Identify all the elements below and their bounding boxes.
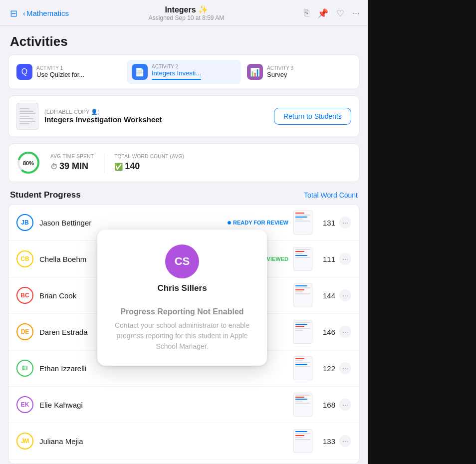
tab2-name: Integers Investi...	[152, 69, 201, 77]
avg-time-label: AVG TIME SPENT	[50, 154, 94, 159]
doc-preview	[293, 393, 312, 417]
quizlet-icon: Q	[16, 64, 32, 80]
svg-text:80%: 80%	[23, 160, 34, 166]
more-button[interactable]: ···	[339, 253, 351, 265]
tab1-name: Use Quizlet for...	[36, 71, 84, 78]
doc-line	[19, 111, 33, 112]
page-subtitle: Assigned Sep 10 at 8:59 AM	[149, 14, 224, 21]
popup-message-body: Contact your school administrator to ena…	[109, 320, 255, 352]
word-count: 146	[317, 328, 335, 336]
avatar: JM	[16, 433, 33, 450]
student-name: Elie Kahwagi	[39, 401, 288, 409]
word-count: 168	[317, 401, 335, 409]
section-header: Student Progress Total Word Count	[0, 188, 368, 204]
progress-popup: CS Chris Sillers Progress Reporting Not …	[97, 230, 267, 366]
student-row: EK Elie Kahwagi 168 ···	[8, 387, 359, 423]
chevron-left-icon: ‹	[23, 9, 25, 17]
status-badge: READY FOR REVIEW	[228, 220, 288, 226]
doc-preview	[293, 247, 312, 271]
doc-preview	[293, 320, 312, 344]
doc-line	[19, 123, 29, 124]
more-button[interactable]: ···	[339, 217, 351, 229]
doc-line	[19, 118, 33, 119]
tab2-text: ACTIVITY 2 Integers Investi...	[152, 64, 201, 80]
doc-line	[19, 113, 35, 114]
doc-left: (EDITABLE COPY 👤) Integers Investigation…	[16, 103, 162, 130]
doc-icon: 📄	[132, 64, 148, 80]
popup-avatar: CS	[165, 244, 199, 278]
heart-icon[interactable]: ♡	[336, 8, 344, 19]
top-bar: ⊟ ‹ Mathematics Integers ✨ Assigned Sep …	[0, 0, 368, 26]
top-bar-actions: ⎘ 📌 ♡ ···	[304, 8, 360, 19]
copy-icon[interactable]: ⎘	[304, 8, 309, 18]
student-row: JM Juliana Mejia 133 ···	[8, 423, 359, 460]
document-area: (EDITABLE COPY 👤) Integers Investigation…	[8, 95, 360, 137]
clock-icon: ⏱	[50, 163, 57, 171]
back-button[interactable]: ‹ Mathematics	[23, 9, 69, 17]
avg-time-value: ⏱ 39 MIN	[50, 161, 94, 172]
more-button[interactable]: ···	[339, 399, 351, 411]
stat-divider	[104, 153, 104, 173]
tab2-label: ACTIVITY 2	[152, 64, 201, 69]
tab-activity-3[interactable]: 📊 ACTIVITY 3 Survey	[242, 60, 356, 84]
tab3-name: Survey	[267, 71, 293, 78]
tab3-text: ACTIVITY 3 Survey	[267, 65, 293, 78]
avatar: BC	[16, 287, 33, 304]
check-circle-icon: ✅	[114, 163, 123, 171]
return-to-students-button[interactable]: Return to Students	[274, 108, 351, 125]
page-title-area: Activities	[0, 26, 368, 54]
tab-activity-2[interactable]: 📄 ACTIVITY 2 Integers Investi...	[127, 60, 241, 84]
doc-lines	[17, 106, 37, 126]
word-count: 131	[317, 219, 335, 227]
tab1-label: ACTIVITY 1	[36, 65, 84, 71]
more-icon[interactable]: ···	[352, 8, 360, 18]
tab-activity-1[interactable]: Q ACTIVITY 1 Use Quizlet for...	[11, 60, 126, 84]
progress-circle: 80%	[16, 151, 40, 175]
avg-time-stat: AVG TIME SPENT ⏱ 39 MIN	[50, 154, 94, 172]
top-bar-center: Integers ✨ Assigned Sep 10 at 8:59 AM	[149, 5, 224, 21]
back-label: Mathematics	[26, 9, 69, 17]
pin-icon[interactable]: 📌	[317, 8, 328, 19]
tab1-text: ACTIVITY 1 Use Quizlet for...	[36, 65, 84, 78]
word-count-stat: TOTAL WORD COUNT (AVG) ✅ 140	[114, 154, 184, 172]
activities-tabs: Q ACTIVITY 1 Use Quizlet for... 📄 ACTIVI…	[8, 54, 360, 89]
doc-name: Integers Investigation Worksheet	[44, 115, 162, 124]
doc-line	[19, 108, 29, 109]
word-count: 111	[317, 255, 335, 263]
tab-underline	[152, 79, 201, 80]
word-count: 133	[317, 437, 335, 446]
more-button[interactable]: ···	[339, 326, 351, 338]
sidebar-toggle-icon[interactable]: ⊟	[8, 8, 19, 19]
avatar: DE	[16, 323, 33, 340]
doc-preview	[293, 211, 312, 234]
page-title: Activities	[10, 34, 358, 49]
doc-info: (EDITABLE COPY 👤) Integers Investigation…	[44, 109, 162, 124]
more-button[interactable]: ···	[339, 362, 351, 374]
word-count-label: TOTAL WORD COUNT (AVG)	[114, 154, 184, 159]
doc-preview	[293, 283, 312, 307]
more-button[interactable]: ···	[339, 435, 351, 447]
avatar: JB	[16, 214, 33, 231]
black-panel	[368, 0, 476, 464]
avatar: EK	[16, 396, 33, 413]
more-button[interactable]: ···	[339, 289, 351, 301]
editable-label: (EDITABLE COPY 👤)	[44, 109, 162, 115]
student-name: Juliana Mejia	[39, 437, 288, 446]
popup-name: Chris Sillers	[109, 283, 255, 293]
avatar: EI	[16, 360, 33, 377]
doc-thumbnail	[16, 103, 38, 130]
doc-line	[19, 121, 35, 122]
total-word-count-link[interactable]: Total Word Count	[304, 191, 358, 199]
word-count: 144	[317, 291, 335, 300]
doc-preview	[293, 356, 312, 380]
stat-progress: 80%	[16, 151, 50, 175]
status-dot	[228, 221, 231, 225]
section-title: Student Progress	[10, 190, 81, 200]
student-name: Jason Bettinger	[39, 219, 228, 227]
avatar: CB	[16, 250, 33, 267]
stats-row: 80% AVG TIME SPENT ⏱ 39 MIN TOTAL WORD C…	[8, 143, 360, 182]
doc-preview	[293, 429, 312, 453]
student-row: CS Chris Sillers READY FOR REVIEW N/A ··…	[8, 460, 359, 464]
word-count: 122	[317, 364, 335, 373]
doc-line	[19, 116, 29, 117]
